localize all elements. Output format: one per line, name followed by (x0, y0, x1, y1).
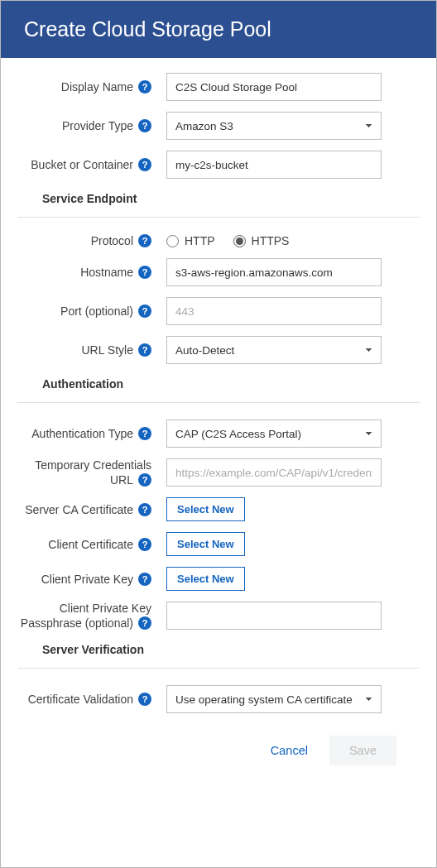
passphrase-input[interactable] (166, 602, 382, 630)
help-icon[interactable]: ? (138, 503, 151, 516)
section-title-endpoint: Service Endpoint (42, 192, 420, 205)
help-icon[interactable]: ? (138, 80, 151, 94)
auth-type-select[interactable]: CAP (C2S Access Portal) (166, 420, 382, 448)
client-key-select-button[interactable]: Select New (166, 567, 245, 591)
server-ca-select-button[interactable]: Select New (166, 497, 245, 521)
section-divider (17, 668, 420, 669)
form-body: Display Name ? Provider Type ? Amazon S3… (1, 58, 436, 787)
bucket-input[interactable] (166, 151, 382, 179)
help-icon[interactable]: ? (138, 158, 151, 171)
provider-type-select[interactable]: Amazon S3 (166, 112, 382, 140)
protocol-https-radio[interactable]: HTTPS (233, 234, 290, 247)
help-icon[interactable]: ? (138, 234, 151, 247)
cert-validation-label: Certificate Validation (28, 693, 133, 706)
passphrase-label-2: Passphrase (optional) (21, 616, 133, 630)
display-name-input[interactable] (166, 73, 382, 101)
help-icon[interactable]: ? (138, 305, 151, 318)
dialog-title: Create Cloud Storage Pool (24, 17, 413, 41)
dialog-header: Create Cloud Storage Pool (1, 1, 436, 58)
port-label: Port (optional) (60, 305, 133, 318)
help-icon[interactable]: ? (138, 616, 151, 630)
temp-cred-label-1: Temporary Credentials (35, 458, 151, 472)
bucket-label: Bucket or Container (31, 158, 133, 171)
client-cert-select-button[interactable]: Select New (166, 532, 245, 556)
help-icon[interactable]: ? (138, 427, 151, 440)
dialog-footer: Cancel Save (17, 724, 420, 777)
client-cert-label: Client Certificate (48, 538, 133, 551)
section-title-verify: Server Verification (42, 643, 420, 656)
cancel-button[interactable]: Cancel (271, 744, 308, 757)
auth-type-label: Authentication Type (31, 427, 133, 440)
display-name-label: Display Name (61, 80, 133, 94)
help-icon[interactable]: ? (138, 119, 151, 132)
help-icon[interactable]: ? (138, 266, 151, 279)
cert-validation-select[interactable]: Use operating system CA certificate (166, 685, 382, 713)
temp-cred-label-2: URL (110, 473, 133, 487)
hostname-label: Hostname (80, 266, 133, 279)
section-divider (17, 402, 420, 403)
temp-cred-url-input[interactable] (166, 458, 382, 487)
server-ca-label: Server CA Certificate (25, 503, 133, 516)
url-style-label: URL Style (81, 343, 133, 357)
provider-type-label: Provider Type (62, 119, 133, 132)
save-button[interactable]: Save (329, 736, 396, 765)
section-title-auth: Authentication (42, 377, 420, 391)
protocol-label: Protocol (91, 234, 133, 247)
protocol-radio-group: HTTP HTTPS (166, 234, 420, 247)
help-icon[interactable]: ? (138, 573, 151, 586)
hostname-input[interactable] (166, 258, 382, 286)
help-icon[interactable]: ? (138, 473, 151, 487)
help-icon[interactable]: ? (138, 538, 151, 551)
client-key-label: Client Private Key (41, 573, 133, 586)
port-input[interactable] (166, 297, 382, 325)
help-icon[interactable]: ? (138, 343, 151, 357)
help-icon[interactable]: ? (138, 693, 151, 706)
url-style-select[interactable]: Auto-Detect (166, 336, 382, 364)
protocol-http-radio[interactable]: HTTP (166, 234, 215, 247)
section-divider (17, 217, 420, 218)
passphrase-label-1: Client Private Key (60, 602, 151, 615)
